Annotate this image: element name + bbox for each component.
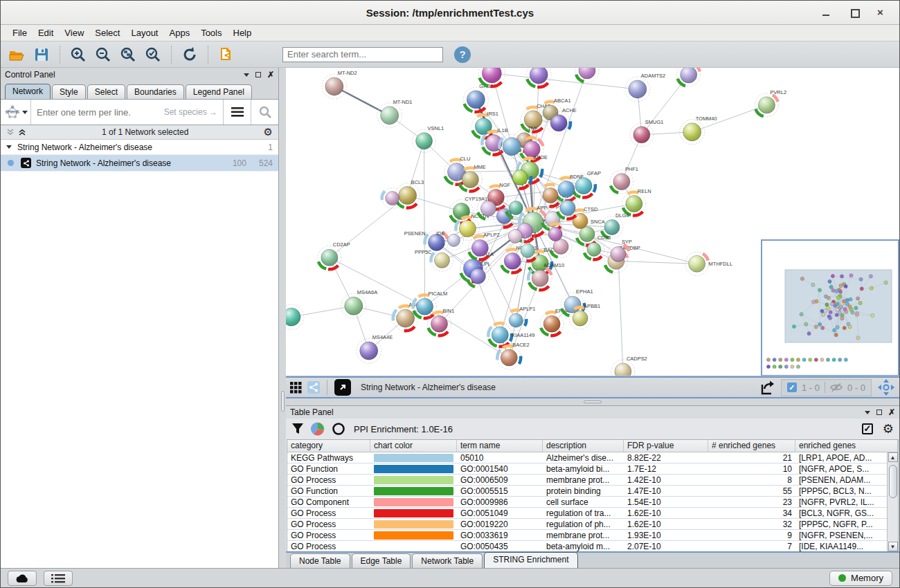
panel-collapse-icon[interactable] <box>244 73 249 77</box>
table-row[interactable]: GO FunctionGO:0001540beta-amyloid bi...1… <box>287 463 887 475</box>
save-session-button[interactable] <box>31 44 52 65</box>
scroll-thumb[interactable] <box>889 465 897 498</box>
menu-select[interactable]: Select <box>90 26 125 39</box>
network-collection-row[interactable]: String Network - Alzheimer's disease 1 <box>1 140 278 155</box>
menu-help[interactable]: Help <box>228 26 257 39</box>
panel-close-icon[interactable]: ✗ <box>888 409 895 416</box>
string-query-input[interactable] <box>31 100 223 125</box>
tab-network[interactable]: Network <box>5 84 51 99</box>
network-node[interactable]: SMUG1 <box>630 119 664 147</box>
zoom-in-button[interactable] <box>68 44 89 65</box>
tab-legend-panel[interactable]: Legend Panel <box>186 84 252 99</box>
string-logo-dropdown[interactable]: STRING <box>1 100 31 125</box>
menu-view[interactable]: View <box>60 26 89 39</box>
table-row[interactable]: GO ProcessGO:0006509membrane prot...1.42… <box>287 475 887 486</box>
menu-tools[interactable]: Tools <box>196 26 226 39</box>
menu-apps[interactable]: Apps <box>165 26 195 39</box>
network-edge[interactable] <box>492 73 638 89</box>
expand-all-icon[interactable] <box>18 128 27 136</box>
export-view-icon[interactable] <box>759 379 775 396</box>
help-button[interactable]: ? <box>454 46 471 63</box>
column-header-chart-color[interactable]: chart color <box>370 440 457 452</box>
network-node[interactable]: BCL3 <box>395 179 424 208</box>
menu-file[interactable]: File <box>8 26 32 39</box>
select-rows-icon[interactable]: ✓ <box>862 423 873 434</box>
table-row[interactable]: GO FunctionGO:0005515protein binding1.47… <box>287 486 887 497</box>
ring-icon[interactable] <box>332 422 345 436</box>
network-edge[interactable] <box>330 196 408 258</box>
column-header-enriched-genes[interactable]: enriched genes <box>795 440 898 452</box>
tab-select[interactable]: Select <box>87 84 125 99</box>
panel-collapse-icon[interactable] <box>865 411 870 414</box>
network-node[interactable]: VSNL1 <box>413 125 444 153</box>
network-node[interactable]: CD2AP <box>318 241 350 269</box>
column-header-description[interactable]: description <box>543 440 624 452</box>
zoom-out-button[interactable] <box>93 44 114 65</box>
vertical-scrollbar[interactable]: ▲ ▼ <box>887 452 898 551</box>
network-node[interactable]: MT-ND1 <box>377 99 413 128</box>
table-row[interactable]: GO ProcessGO:0050435beta-amyloid m...2.0… <box>287 541 887 551</box>
splitter-grip[interactable] <box>281 391 285 412</box>
network-edge[interactable] <box>616 261 697 264</box>
column-header-term-name[interactable]: term name <box>457 440 543 452</box>
string-search-button[interactable] <box>251 100 278 125</box>
network-node[interactable]: MTHFDLL <box>685 252 732 275</box>
export-network-button[interactable] <box>216 44 237 65</box>
network-node[interactable] <box>575 68 599 82</box>
tab-string-enrichment[interactable]: STRING Enrichment <box>484 552 577 568</box>
tab-node-table[interactable]: Node Table <box>290 553 350 568</box>
network-node[interactable]: TOMM40 <box>680 116 717 145</box>
menu-edit[interactable]: Edit <box>33 26 58 39</box>
network-node[interactable] <box>526 68 551 87</box>
network-row[interactable]: String Network - Alzheimer's disease 100… <box>1 155 278 172</box>
tree-expander-icon[interactable] <box>6 145 12 149</box>
selected-checkbox-icon[interactable]: ✓ <box>787 383 797 392</box>
scroll-down-arrow[interactable]: ▼ <box>888 542 898 551</box>
network-node[interactable] <box>677 68 701 86</box>
table-row[interactable]: GO ProcessGO:0033619membrane prot...1.93… <box>287 530 887 541</box>
detach-view-button[interactable] <box>334 379 351 396</box>
tab-network-table[interactable]: Network Table <box>412 553 483 568</box>
settings-gear-icon[interactable]: ⚙ <box>883 424 894 434</box>
tab-boundaries[interactable]: Boundaries <box>127 84 184 99</box>
memory-button[interactable]: Memory <box>829 571 892 586</box>
column-header--enriched-genes[interactable]: # enriched genes <box>708 440 795 452</box>
network-edge[interactable] <box>330 257 425 306</box>
network-node[interactable]: APLP2 <box>468 232 499 259</box>
close-button[interactable]: × <box>877 8 887 17</box>
network-node[interactable]: CADPS2 <box>611 356 647 376</box>
open-session-button[interactable] <box>6 44 27 65</box>
task-list-button[interactable] <box>44 571 73 586</box>
column-header-category[interactable]: category <box>287 440 370 452</box>
panel-close-icon[interactable]: ✗ <box>267 71 274 78</box>
column-header-fdr-p-value[interactable]: FDR p-value <box>624 440 708 452</box>
table-row[interactable]: GO ProcessGO:0019220regulation of ph...1… <box>287 519 887 530</box>
network-node[interactable]: ADAMTS2 <box>625 73 665 102</box>
network-node[interactable]: PPP5C <box>415 249 453 271</box>
network-node[interactable]: PHF1 <box>610 166 638 194</box>
collapse-all-icon[interactable] <box>6 128 15 136</box>
panel-splitter[interactable] <box>279 68 286 568</box>
cloud-tasks-button[interactable] <box>8 571 37 586</box>
grid-view-icon[interactable] <box>290 382 302 394</box>
network-node[interactable]: MS4A4E <box>357 334 393 363</box>
zoom-fit-button[interactable] <box>118 44 138 65</box>
string-options-button[interactable] <box>223 100 251 125</box>
scroll-up-arrow[interactable]: ▲ <box>888 452 898 462</box>
splitter-grip[interactable] <box>584 401 602 403</box>
table-row[interactable]: GO ProcessGO:0051049regulation of tra...… <box>287 508 887 519</box>
network-edge[interactable] <box>334 86 390 116</box>
minimize-button[interactable] <box>822 8 831 17</box>
filter-icon[interactable] <box>291 423 304 435</box>
table-row[interactable]: KEGG Pathways05010Alzheimer's dise...8.8… <box>287 452 887 463</box>
network-node[interactable]: MS4A4A <box>286 304 304 329</box>
panel-float-icon[interactable] <box>876 410 882 415</box>
network-node[interactable]: MS4A6A <box>341 289 377 318</box>
pie-chart-icon[interactable] <box>311 422 325 436</box>
network-node[interactable]: APLP1 <box>505 306 535 331</box>
network-edge[interactable] <box>291 306 354 317</box>
share-view-icon[interactable] <box>307 381 320 394</box>
zoom-selected-button[interactable] <box>143 44 163 65</box>
network-node[interactable]: GAB2 <box>463 83 493 112</box>
tab-edge-table[interactable]: Edge Table <box>352 553 411 568</box>
